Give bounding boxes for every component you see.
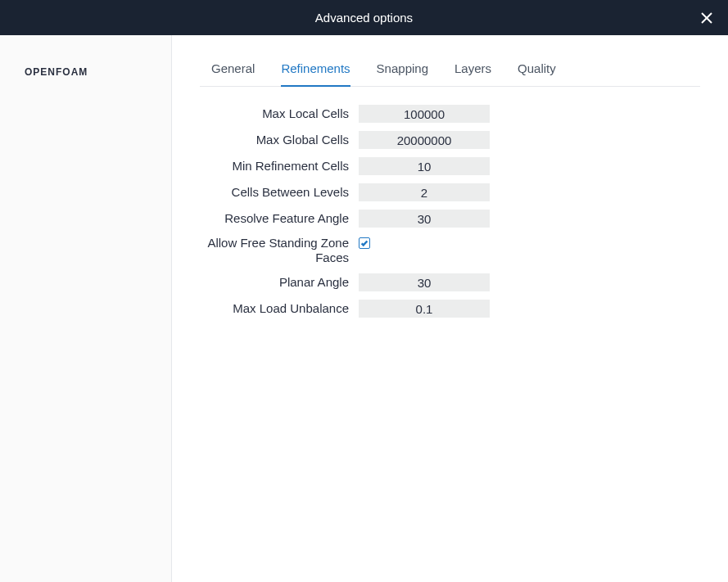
tab-refinements[interactable]: Refinements xyxy=(281,52,350,87)
tab-layers[interactable]: Layers xyxy=(454,52,491,87)
row-allow-free-standing-zone-faces: Allow Free Standing Zone Faces xyxy=(200,236,700,265)
label-max-global-cells: Max Global Cells xyxy=(200,133,359,147)
header: Advanced options xyxy=(0,0,728,35)
sidebar-item-openfoam[interactable]: OPENFOAM xyxy=(0,61,171,83)
row-max-global-cells: Max Global Cells xyxy=(200,131,700,149)
form: Max Local Cells Max Global Cells Min Ref… xyxy=(200,87,700,318)
row-planar-angle: Planar Angle xyxy=(200,273,700,291)
tab-quality[interactable]: Quality xyxy=(518,52,556,87)
label-allow-free-standing-zone-faces: Allow Free Standing Zone Faces xyxy=(200,236,359,265)
label-max-load-unbalance: Max Load Unbalance xyxy=(200,301,359,316)
row-max-load-unbalance: Max Load Unbalance xyxy=(200,300,700,318)
tab-general[interactable]: General xyxy=(211,52,255,87)
label-min-refinement-cells: Min Refinement Cells xyxy=(200,159,359,174)
label-planar-angle: Planar Angle xyxy=(200,275,359,290)
close-button[interactable] xyxy=(699,10,715,26)
input-max-global-cells[interactable] xyxy=(359,131,490,149)
row-max-local-cells: Max Local Cells xyxy=(200,105,700,123)
close-icon xyxy=(700,11,713,25)
label-resolve-feature-angle: Resolve Feature Angle xyxy=(200,211,359,226)
body: OPENFOAM General Refinements Snapping La… xyxy=(0,35,728,582)
sidebar: OPENFOAM xyxy=(0,35,172,582)
label-max-local-cells: Max Local Cells xyxy=(200,106,359,121)
tab-snapping[interactable]: Snapping xyxy=(377,52,428,87)
input-planar-angle[interactable] xyxy=(359,273,490,291)
check-icon xyxy=(360,239,369,247)
input-resolve-feature-angle[interactable] xyxy=(359,210,490,228)
input-max-local-cells[interactable] xyxy=(359,105,490,123)
input-max-load-unbalance[interactable] xyxy=(359,300,490,318)
checkbox-allow-free-standing-zone-faces[interactable] xyxy=(359,237,370,249)
input-min-refinement-cells[interactable] xyxy=(359,157,490,175)
header-title: Advanced options xyxy=(315,11,413,25)
input-cells-between-levels[interactable] xyxy=(359,183,490,201)
row-cells-between-levels: Cells Between Levels xyxy=(200,183,700,201)
row-min-refinement-cells: Min Refinement Cells xyxy=(200,157,700,175)
main: General Refinements Snapping Layers Qual… xyxy=(172,35,728,582)
checkbox-wrap xyxy=(359,236,370,249)
row-resolve-feature-angle: Resolve Feature Angle xyxy=(200,210,700,228)
tabs: General Refinements Snapping Layers Qual… xyxy=(200,52,700,87)
label-cells-between-levels: Cells Between Levels xyxy=(200,185,359,200)
